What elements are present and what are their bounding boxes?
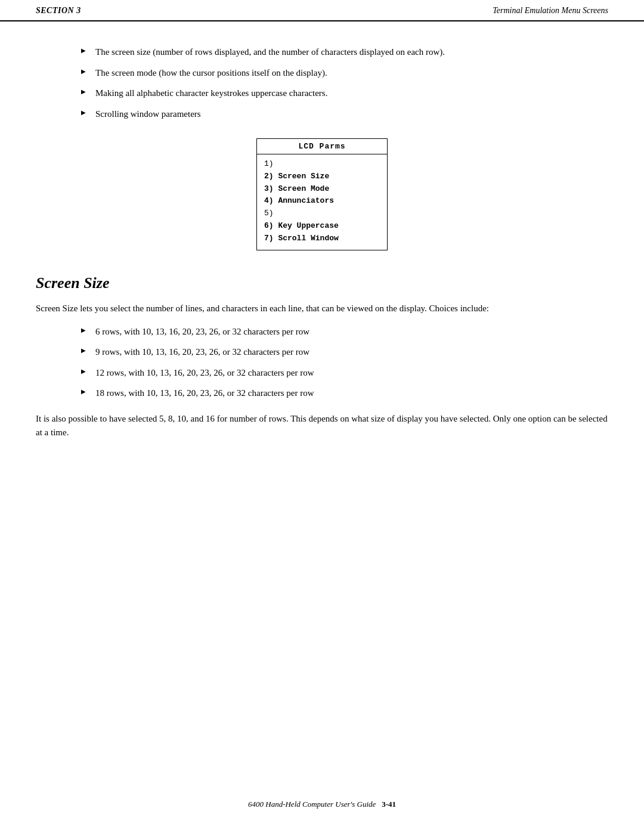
menu-item-4: 4) Annunciators (264, 195, 380, 208)
section-intro-text: Screen Size lets you select the number o… (36, 302, 608, 315)
intro-bullet-list: The screen size (number of rows displaye… (83, 45, 608, 120)
footer-page: 3-41 (382, 800, 396, 809)
list-item: Scrolling window parameters (83, 107, 608, 121)
section-label: SECTION 3 (36, 6, 81, 16)
menu-item-5: 5) (264, 208, 380, 220)
list-item: The screen mode (how the cursor position… (83, 66, 608, 80)
lcd-box-wrapper: LCD Parms 1) 2) Screen Size 3) Screen Mo… (36, 138, 608, 250)
lcd-box-title: LCD Parms (257, 139, 387, 154)
list-item: 12 rows, with 10, 13, 16, 20, 23, 26, or… (83, 366, 608, 380)
list-item: The screen size (number of rows displaye… (83, 45, 608, 59)
menu-item-6: 6) Key Uppercase (264, 220, 380, 233)
menu-item-2: 2) Screen Size (264, 171, 380, 183)
menu-item-1: 1) (264, 158, 380, 171)
menu-item-7: 7) Scroll Window (264, 233, 380, 245)
footer-label: 6400 Hand-Held Computer User's Guide (248, 800, 376, 809)
lcd-box-body: 1) 2) Screen Size 3) Screen Mode 4) Annu… (257, 154, 387, 250)
list-item: 18 rows, with 10, 13, 16, 20, 23, 26, or… (83, 386, 608, 400)
section-closing-text: It is also possible to have selected 5, … (36, 412, 608, 440)
chapter-title: Terminal Emulation Menu Screens (493, 6, 608, 16)
screen-size-heading: Screen Size (36, 274, 608, 292)
page-footer: 6400 Hand-Held Computer User's Guide 3-4… (0, 800, 644, 809)
list-item: 9 rows, with 10, 13, 16, 20, 23, 26, or … (83, 345, 608, 359)
page-header: SECTION 3 Terminal Emulation Menu Screen… (0, 0, 644, 21)
list-item: Making all alphabetic character keystrok… (83, 86, 608, 100)
lcd-parms-box: LCD Parms 1) 2) Screen Size 3) Screen Mo… (256, 138, 388, 250)
section-bullet-list: 6 rows, with 10, 13, 16, 20, 23, 26, or … (83, 325, 608, 400)
page: SECTION 3 Terminal Emulation Menu Screen… (0, 0, 644, 833)
list-item: 6 rows, with 10, 13, 16, 20, 23, 26, or … (83, 325, 608, 339)
menu-item-3: 3) Screen Mode (264, 183, 380, 196)
main-content: The screen size (number of rows displaye… (0, 21, 644, 473)
